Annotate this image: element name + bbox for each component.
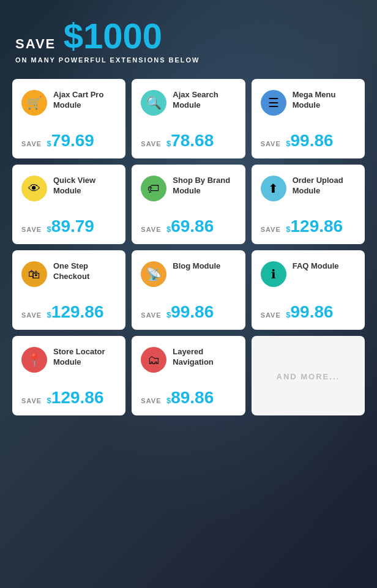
save-label-blog-module: SAVE (141, 311, 161, 319)
save-label-shop-by-brand: SAVE (141, 226, 161, 233)
one-step-checkout-title: One Step Checkout (53, 261, 116, 282)
card-store-locator[interactable]: 📍 Store Locator Module SAVE $129.86 (12, 336, 125, 415)
ajax-search-title: Ajax Search Module (173, 90, 236, 111)
save-amount-faq-module: 99.86 (290, 302, 333, 321)
card-top: 🛒 Ajax Cart Pro Module (21, 90, 116, 116)
card-blog-module[interactable]: 📡 Blog Module SAVE $99.86 (132, 250, 245, 330)
card-bottom: SAVE $89.86 (141, 389, 236, 406)
save-dollar-ajax-cart-pro: $ (47, 139, 51, 148)
store-locator-title: Store Locator Module (53, 347, 116, 368)
card-faq-module[interactable]: ℹ FAQ Module SAVE $99.86 (252, 250, 365, 330)
card-top: ℹ FAQ Module (261, 261, 356, 287)
ajax-search-icon: 🔍 (141, 90, 166, 116)
shop-by-brand-title: Shop By Brand Module (173, 176, 236, 196)
card-shop-by-brand[interactable]: 🏷 Shop By Brand Module SAVE $69.86 (132, 165, 245, 244)
card-top: 🗂 Layered Navigation (141, 347, 236, 373)
header-section: SAVE $1000 ON MANY POWERFUL EXTENSIONS B… (12, 18, 365, 64)
blog-module-icon: 📡 (141, 261, 166, 287)
save-amount-ajax-cart-pro: 79.69 (51, 131, 94, 150)
save-dollar-quick-view: $ (47, 225, 51, 234)
faq-module-icon: ℹ (261, 261, 286, 287)
save-amount-ajax-search: 78.68 (171, 131, 214, 150)
ajax-cart-pro-title: Ajax Cart Pro Module (53, 90, 116, 111)
card-mega-menu[interactable]: ☰ Mega Menu Module SAVE $99.86 (252, 79, 365, 158)
quick-view-title: Quick View Module (53, 176, 116, 196)
header-subtitle: ON MANY POWERFUL EXTENSIONS BELOW (15, 56, 365, 64)
card-ajax-search[interactable]: 🔍 Ajax Search Module SAVE $78.68 (132, 79, 245, 158)
save-amount-store-locator: 129.86 (51, 388, 104, 407)
quick-view-icon: 👁 (21, 176, 47, 201)
card-top: ⬆ Order Upload Module (261, 176, 356, 201)
store-locator-icon: 📍 (21, 347, 47, 373)
order-upload-icon: ⬆ (261, 176, 286, 201)
card-quick-view[interactable]: 👁 Quick View Module SAVE $89.79 (12, 165, 125, 244)
card-bottom: SAVE $78.68 (141, 132, 236, 149)
card-top: 🔍 Ajax Search Module (141, 90, 236, 116)
card-ajax-cart-pro[interactable]: 🛒 Ajax Cart Pro Module SAVE $79.69 (12, 79, 125, 158)
card-top: 👁 Quick View Module (21, 176, 116, 201)
mega-menu-title: Mega Menu Module (293, 90, 356, 111)
page-content: SAVE $1000 ON MANY POWERFUL EXTENSIONS B… (0, 0, 377, 428)
card-bottom: SAVE $89.79 (21, 218, 116, 235)
save-dollar-one-step-checkout: $ (47, 310, 51, 319)
card-bottom: SAVE $69.86 (141, 218, 236, 235)
card-top: 🛍 One Step Checkout (21, 261, 116, 287)
cards-grid: 🛒 Ajax Cart Pro Module SAVE $79.69 🔍 Aja… (12, 79, 365, 415)
card-order-upload[interactable]: ⬆ Order Upload Module SAVE $129.86 (252, 165, 365, 244)
card-bottom: SAVE $99.86 (141, 303, 236, 321)
card-layered-navigation[interactable]: 🗂 Layered Navigation SAVE $89.86 (132, 336, 245, 415)
save-label-layered-navigation: SAVE (141, 397, 161, 404)
ajax-cart-pro-icon: 🛒 (21, 90, 47, 116)
save-label-order-upload: SAVE (261, 226, 281, 233)
card-top: 🏷 Shop By Brand Module (141, 176, 236, 201)
save-dollar-store-locator: $ (47, 396, 51, 405)
save-amount-blog-module: 99.86 (171, 302, 214, 321)
save-label-faq-module: SAVE (261, 311, 281, 319)
save-amount-mega-menu: 99.86 (290, 131, 333, 150)
layered-navigation-icon: 🗂 (141, 347, 166, 373)
save-amount-shop-by-brand: 69.86 (171, 217, 214, 236)
save-label-ajax-cart-pro: SAVE (21, 140, 42, 147)
card-bottom: SAVE $129.86 (21, 389, 116, 406)
save-label-store-locator: SAVE (21, 397, 42, 404)
shop-by-brand-icon: 🏷 (141, 176, 166, 201)
card-bottom: SAVE $99.86 (261, 303, 356, 321)
save-amount-layered-navigation: 89.86 (171, 388, 214, 407)
blog-module-title: Blog Module (173, 261, 220, 272)
more-card[interactable]: AND MORE... (252, 336, 365, 415)
save-label-mega-menu: SAVE (261, 140, 281, 147)
faq-module-title: FAQ Module (293, 261, 339, 272)
one-step-checkout-icon: 🛍 (21, 261, 47, 287)
order-upload-title: Order Upload Module (293, 176, 356, 196)
mega-menu-icon: ☰ (261, 90, 286, 116)
save-label-ajax-search: SAVE (141, 140, 161, 147)
save-label-one-step-checkout: SAVE (21, 311, 42, 319)
card-top: 📍 Store Locator Module (21, 347, 116, 373)
card-one-step-checkout[interactable]: 🛍 One Step Checkout SAVE $129.86 (12, 250, 125, 330)
card-bottom: SAVE $79.69 (21, 132, 116, 149)
more-text: AND MORE... (277, 372, 340, 381)
card-top: 📡 Blog Module (141, 261, 236, 287)
header-amount: $1000 (64, 16, 162, 56)
card-bottom: SAVE $99.86 (261, 132, 356, 149)
save-amount-order-upload: 129.86 (290, 217, 343, 236)
save-amount-one-step-checkout: 129.86 (51, 302, 104, 321)
layered-navigation-title: Layered Navigation (173, 347, 236, 368)
save-label: SAVE (15, 36, 56, 51)
save-label-quick-view: SAVE (21, 226, 42, 233)
save-amount-quick-view: 89.79 (51, 217, 94, 236)
card-top: ☰ Mega Menu Module (261, 90, 356, 116)
card-bottom: SAVE $129.86 (21, 303, 116, 321)
card-bottom: SAVE $129.86 (261, 218, 356, 235)
